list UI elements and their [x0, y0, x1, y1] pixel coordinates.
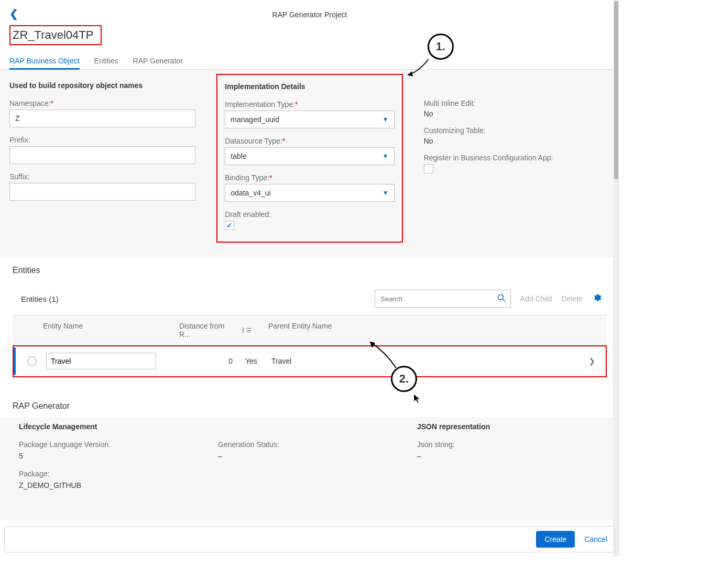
add-child-button[interactable]: Add Child [520, 295, 552, 303]
col-is-root[interactable]: I ☰ [238, 315, 264, 345]
gen-status-label: Generation Status: [218, 440, 401, 449]
ds-type-label: Datasource Type:* [225, 137, 394, 145]
draft-checkbox[interactable]: ✓ [225, 221, 234, 230]
entities-table-title: Entities (1) [21, 295, 59, 303]
multi-inline-label: Multi Inline Edit: [424, 99, 610, 107]
register-label: Register in Business Configuration App: [424, 154, 610, 162]
annotation-line-1 [408, 57, 434, 78]
prefix-input[interactable] [9, 146, 195, 164]
entity-name-input[interactable] [46, 353, 156, 369]
ds-type-select[interactable]: table ▼ [225, 147, 394, 165]
annotation-callout-2: 2. [391, 366, 417, 392]
register-checkbox[interactable] [424, 164, 433, 173]
pkg-value: Z_DEMO_GITHUB [19, 481, 202, 489]
back-button[interactable]: ❮ [9, 7, 18, 20]
distance-cell: 0 [178, 352, 241, 371]
is-root-cell: Yes [241, 352, 267, 371]
impl-section-title: Implementation Details [225, 82, 394, 91]
gen-status-value: – [218, 452, 401, 460]
binding-type-label: Binding Type:* [225, 173, 394, 182]
chevron-down-icon: ▼ [382, 153, 389, 160]
sort-icon: ☰ [246, 327, 251, 334]
tab-rap-business-object[interactable]: RAP Business Object [9, 53, 80, 70]
entities-search-input[interactable] [375, 290, 511, 308]
impl-type-label: Implementation Type:* [225, 100, 394, 108]
chevron-down-icon: ▼ [382, 116, 389, 123]
draft-label: Draft enabled: [225, 210, 394, 219]
suffix-input[interactable] [9, 183, 195, 201]
create-button[interactable]: Create [536, 531, 575, 548]
impl-type-select[interactable]: managed_uuid ▼ [225, 111, 394, 128]
namespace-label: Namespace:* [9, 99, 195, 107]
cust-table-label: Customizing Table: [424, 126, 610, 135]
delete-button[interactable]: Delete [562, 295, 583, 303]
tab-rap-generator[interactable]: RAP Generator [133, 53, 183, 69]
cancel-button[interactable]: Cancel [584, 535, 607, 543]
namespace-input[interactable] [9, 110, 195, 127]
impl-type-value: managed_uuid [231, 115, 279, 124]
parent-cell: Travel [267, 352, 585, 371]
annotation-callout-1: 1. [428, 34, 454, 60]
multi-inline-value: No [424, 110, 610, 118]
search-icon[interactable] [497, 294, 506, 304]
entities-section-title: Entities [0, 266, 619, 280]
tab-bar: RAP Business Object Entities RAP Generat… [0, 53, 619, 70]
json-label: Json string: [417, 440, 600, 449]
binding-type-select[interactable]: odata_v4_ui ▼ [225, 184, 394, 202]
gear-icon[interactable] [592, 293, 601, 304]
row-radio[interactable] [27, 356, 37, 366]
chevron-right-icon[interactable]: ❯ [589, 357, 595, 365]
table-row[interactable]: 0 Yes Travel ❯ [14, 347, 606, 375]
rap-generator-section-title: RAP Generator [0, 390, 619, 417]
scrollbar-thumb[interactable] [614, 1, 618, 179]
chevron-down-icon: ▼ [382, 189, 389, 197]
col-entity-name[interactable]: Entity Name [39, 315, 175, 345]
binding-type-value: odata_v4_ui [231, 189, 270, 197]
names-section-title: Used to build repository object names [9, 81, 195, 90]
pkg-label: Package: [19, 470, 202, 478]
prefix-label: Prefix: [9, 136, 195, 144]
json-title: JSON representation [417, 422, 600, 431]
entities-table: Entity Name Distance from R... I ☰ Paren… [13, 315, 607, 377]
svg-line-1 [502, 299, 505, 302]
svg-point-0 [498, 295, 503, 300]
col-parent[interactable]: Parent Entity Name [264, 315, 586, 345]
cust-table-value: No [424, 137, 610, 145]
mouse-cursor-icon [414, 394, 421, 404]
tab-entities[interactable]: Entities [94, 53, 118, 69]
object-title: ZR_Travel04TP [9, 25, 102, 45]
json-value: – [417, 452, 600, 460]
col-distance[interactable]: Distance from R... [175, 315, 238, 345]
suffix-label: Suffix: [9, 172, 195, 181]
pkg-lang-value: 5 [19, 452, 202, 460]
lifecycle-title: Lifecycle Management [19, 422, 202, 431]
ds-type-value: table [231, 152, 246, 160]
page-title: RAP Generator Project [9, 10, 610, 19]
pkg-lang-label: Package Language Version: [19, 440, 202, 449]
scrollbar[interactable] [613, 0, 619, 557]
